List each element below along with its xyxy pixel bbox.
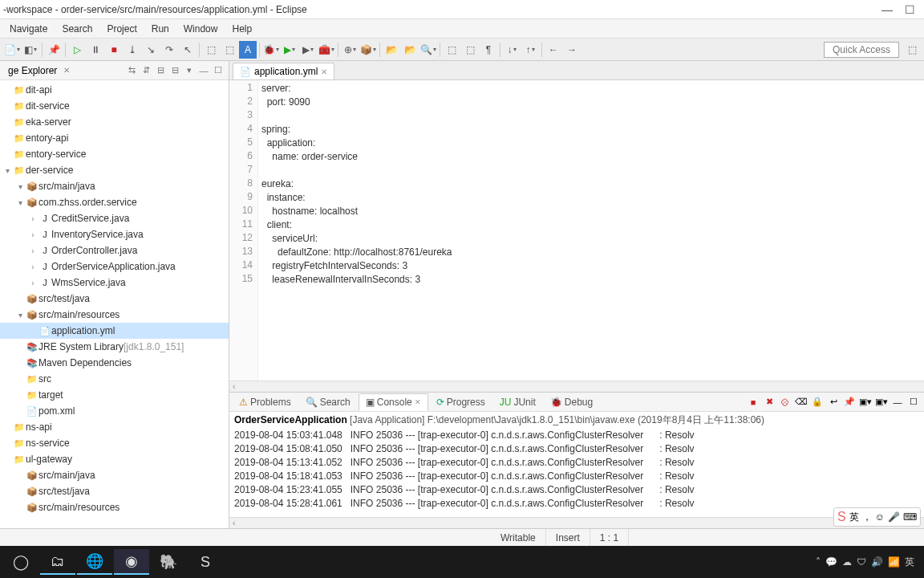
tab-junit[interactable]: JUJUnit [493, 394, 542, 410]
minimize-button[interactable]: — [876, 3, 898, 16]
skype-icon[interactable]: S [188, 549, 223, 575]
external-tools-button[interactable]: 🧰 [318, 41, 335, 59]
menu-navigate[interactable]: Navigate [3, 22, 54, 36]
perspective-button[interactable]: ◧ [22, 41, 39, 59]
tray-lang[interactable]: 英 [905, 556, 914, 569]
tree-node[interactable]: 📦 src/test/java [0, 483, 229, 499]
step-over-button[interactable]: ↷ [160, 41, 178, 59]
menu-run[interactable]: Run [145, 22, 176, 36]
focus-icon-2[interactable]: ⊟ [168, 63, 182, 78]
terminate-button[interactable]: ■ [105, 41, 123, 59]
package-tree[interactable]: 📁 dit-api📁 dit-service📁 eka-server📁 ento… [0, 80, 229, 528]
ime-mic-icon[interactable]: 🎤 [888, 511, 900, 523]
system-tray[interactable]: ˄ 💬 ☁ 🛡 🔊 📶 英 [816, 556, 921, 569]
tree-node[interactable]: 📁 ns-service [0, 435, 229, 451]
prev-annotation-button[interactable]: ↑ [521, 41, 539, 59]
tray-net-icon[interactable]: ☁ [842, 556, 852, 568]
editor-hscroll[interactable]: ‹ [229, 381, 924, 392]
tree-node[interactable]: ›J CreditService.java [0, 210, 229, 226]
tree-node[interactable]: ▾📦 src/main/java [0, 178, 229, 194]
annotation-button[interactable]: A [239, 41, 257, 59]
tree-node[interactable]: ▾📦 src/main/resources [0, 307, 229, 323]
tray-up-icon[interactable]: ˄ [816, 556, 821, 568]
show-whitespace-button[interactable]: ¶ [480, 41, 497, 59]
min-view-icon[interactable]: — [890, 395, 905, 409]
suspend-button[interactable]: ⏸ [87, 41, 104, 59]
tree-node[interactable]: ▾📁 der-service [0, 162, 229, 178]
view-menu-icon[interactable]: ▾ [182, 63, 197, 78]
step-return-button[interactable]: ↖ [179, 41, 197, 59]
tray-shield-icon[interactable]: 🛡 [857, 556, 866, 568]
ime-lang[interactable]: 英 [849, 511, 859, 524]
tree-node[interactable]: 📁 dit-api [0, 82, 229, 98]
run-button[interactable]: ▶ [281, 41, 298, 59]
explorer-tab[interactable]: ge Explorer [3, 63, 62, 78]
ime-punct-icon[interactable]: ， [862, 511, 872, 524]
tree-node[interactable]: 📚 Maven Dependencies [0, 355, 229, 371]
next-annotation-button[interactable]: ↓ [503, 41, 521, 59]
code-area[interactable]: server: port: 9090spring: application: n… [258, 80, 924, 381]
tree-node[interactable]: 📦 src/main/java [0, 467, 229, 483]
console-close-icon[interactable]: ✕ [415, 398, 421, 406]
scroll-lock-icon[interactable]: 🔒 [810, 395, 825, 409]
step-into-button[interactable]: ↘ [142, 41, 160, 59]
toggle-block-button[interactable]: ⬚ [461, 41, 479, 59]
minimize-view-icon[interactable]: — [197, 63, 211, 78]
tab-search[interactable]: 🔍Search [299, 394, 357, 410]
file-explorer-icon[interactable]: 🗂 [40, 549, 75, 575]
tab-progress[interactable]: ⟳Progress [430, 394, 492, 410]
new-java-button[interactable]: ⊕ [341, 41, 359, 59]
max-view-icon[interactable]: ☐ [906, 395, 921, 409]
tree-node[interactable]: 📚 JRE System Library [jdk1.8.0_151] [0, 339, 229, 355]
quick-access[interactable]: Quick Access [824, 42, 899, 58]
disconnect-button[interactable]: ⤓ [124, 41, 141, 59]
start-button[interactable]: ◯ [3, 549, 38, 575]
console-output[interactable]: 2019-08-04 15:03:41.048 INFO 25036 --- [… [229, 429, 924, 517]
tree-node[interactable]: 📄 application.yml [0, 323, 229, 339]
clear-console-icon[interactable]: ⌫ [794, 395, 808, 409]
back-button[interactable]: ← [545, 41, 562, 59]
explorer-close-icon[interactable]: ✕ [63, 66, 70, 75]
tree-node[interactable]: 📁 eka-server [0, 114, 229, 130]
tree-node[interactable]: ▾📦 com.zhss.order.service [0, 194, 229, 210]
tree-node[interactable]: ›J OrderController.java [0, 242, 229, 258]
editor-body[interactable]: 123456789101112131415 server: port: 9090… [229, 80, 924, 381]
chrome-icon[interactable]: 🌐 [77, 549, 112, 575]
eclipse-icon[interactable]: ◉ [114, 549, 149, 575]
pin-button[interactable]: 📌 [45, 41, 63, 59]
maximize-button[interactable]: ☐ [898, 3, 921, 16]
postgres-icon[interactable]: 🐘 [151, 549, 186, 575]
display-console-icon[interactable]: ▣▾ [858, 395, 873, 409]
run-last-button[interactable]: ▶ [299, 41, 317, 59]
ime-emoji-icon[interactable]: ☺ [875, 511, 885, 523]
open-type-button[interactable]: 📂 [383, 41, 400, 59]
tree-node[interactable]: 📁 target [0, 387, 229, 403]
tree-node[interactable]: ›J WmsService.java [0, 275, 229, 291]
tree-node[interactable]: 📁 src [0, 371, 229, 387]
tree-node[interactable]: 📦 src/test/java [0, 291, 229, 307]
menu-window[interactable]: Window [177, 22, 225, 36]
focus-icon-1[interactable]: ⊟ [153, 63, 168, 78]
ime-toolbar[interactable]: S 英 ， ☺ 🎤 ⌨ [833, 507, 921, 527]
tree-node[interactable]: ›J InventoryService.java [0, 226, 229, 242]
tree-node[interactable]: 📁 ul-gateway [0, 451, 229, 467]
drop-frame-button[interactable]: ⬚ [202, 41, 220, 59]
menu-help[interactable]: Help [225, 22, 258, 36]
close-tab-icon[interactable]: ✕ [321, 67, 327, 76]
open-task-button[interactable]: 📂 [401, 41, 419, 59]
menu-project[interactable]: Project [100, 22, 143, 36]
menu-search[interactable]: Search [55, 22, 99, 36]
link-editor-icon[interactable]: ⇵ [139, 63, 153, 78]
console-hscroll[interactable]: ‹ [229, 517, 924, 528]
open-perspective-button[interactable]: ⬚ [903, 41, 921, 59]
tree-node[interactable]: 📁 entory-api [0, 130, 229, 146]
new-button[interactable]: 📄 [3, 41, 21, 59]
debug-button[interactable]: 🐞 [262, 41, 280, 59]
toggle-mark-button[interactable]: ⬚ [443, 41, 460, 59]
tree-node[interactable]: 📁 dit-service [0, 98, 229, 114]
terminate-icon[interactable]: ■ [746, 395, 760, 409]
ime-kbd-icon[interactable]: ⌨ [903, 511, 917, 523]
tree-node[interactable]: ›J OrderServiceApplication.java [0, 258, 229, 275]
new-package-button[interactable]: 📦 [359, 41, 377, 59]
maximize-view-icon[interactable]: ☐ [211, 63, 225, 78]
